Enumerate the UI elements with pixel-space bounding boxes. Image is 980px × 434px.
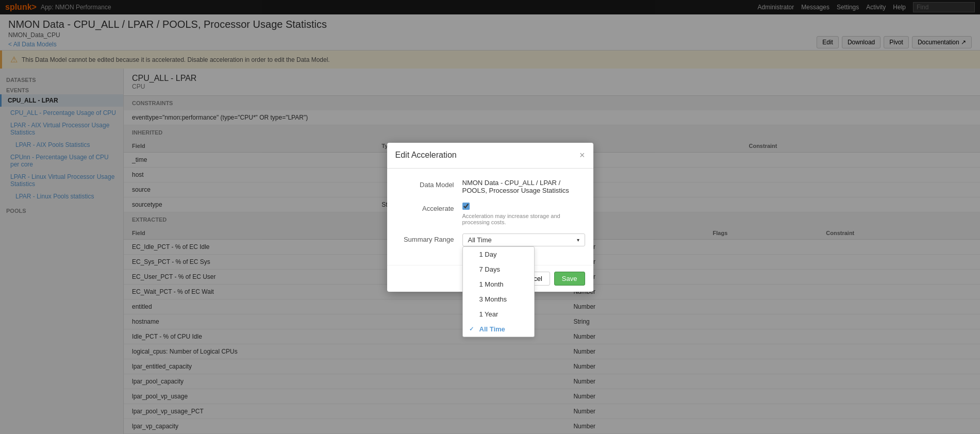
accelerate-value: Acceleration may increase storage and pr…	[462, 203, 585, 225]
dropdown-item[interactable]: 3 Months	[463, 292, 534, 307]
data-model-row: Data Model NMON Data - CPU_ALL / LPAR / …	[395, 179, 585, 194]
modal-title: Edit Acceleration	[395, 151, 457, 160]
chevron-down-icon: ▾	[577, 237, 579, 243]
save-button[interactable]: Save	[554, 272, 585, 286]
accelerate-checkbox[interactable]	[462, 203, 470, 210]
accelerate-label: Accelerate	[395, 203, 462, 212]
data-model-label: Data Model	[395, 179, 462, 189]
modal-close-button[interactable]: ×	[579, 150, 585, 161]
check-icon: ✓	[469, 326, 476, 332]
modal-header: Edit Acceleration ×	[387, 143, 593, 169]
summary-range-menu: 1 Day7 Days1 Month3 Months1 Year✓All Tim…	[462, 246, 535, 337]
data-model-value: NMON Data - CPU_ALL / LPAR / POOLS, Proc…	[462, 179, 585, 194]
summary-range-selected: All Time	[468, 236, 492, 244]
summary-range-row: Summary Range All Time ▾ 1 Day7 Days1 Mo…	[395, 233, 585, 246]
summary-range-dropdown[interactable]: All Time ▾ 1 Day7 Days1 Month3 Months1 Y…	[462, 233, 585, 246]
summary-range-btn[interactable]: All Time ▾	[462, 233, 585, 246]
modal-body: Data Model NMON Data - CPU_ALL / LPAR / …	[387, 169, 593, 265]
dropdown-item[interactable]: 1 Year	[463, 307, 534, 322]
edit-acceleration-modal: Edit Acceleration × Data Model NMON Data…	[387, 143, 593, 292]
summary-range-value: All Time ▾ 1 Day7 Days1 Month3 Months1 Y…	[462, 233, 585, 246]
dropdown-item[interactable]: 1 Day	[463, 247, 534, 262]
accelerate-row: Accelerate Acceleration may increase sto…	[395, 203, 585, 225]
modal-overlay: Edit Acceleration × Data Model NMON Data…	[0, 0, 980, 434]
summary-range-label: Summary Range	[395, 233, 462, 243]
dropdown-item[interactable]: 1 Month	[463, 277, 534, 292]
dropdown-item[interactable]: ✓All Time	[463, 322, 534, 337]
accelerate-note: Acceleration may increase storage and pr…	[462, 213, 585, 225]
dropdown-item[interactable]: 7 Days	[463, 262, 534, 277]
